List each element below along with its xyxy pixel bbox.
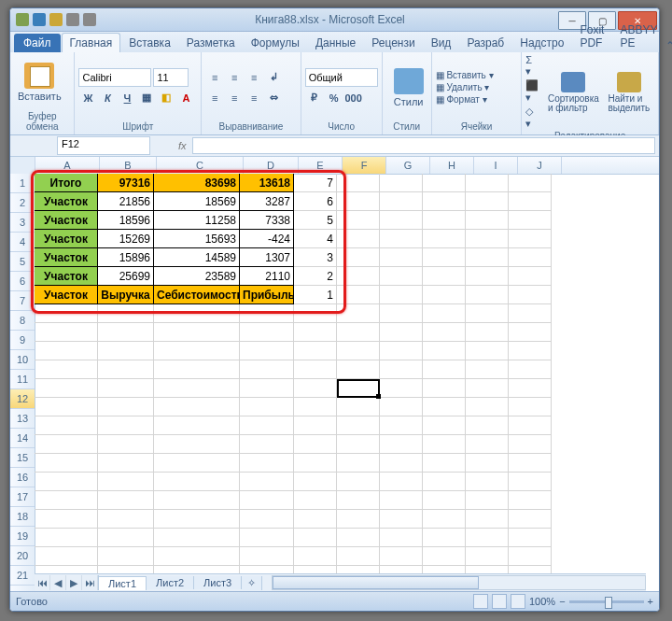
cell-G14[interactable] [380,416,423,435]
cell-G20[interactable] [380,529,423,547]
paste-button[interactable]: Вставить [14,61,65,104]
cell-A6[interactable]: Участок №1 [35,267,98,286]
tab-review[interactable]: Рецензи [364,34,422,52]
h-scroll-thumb[interactable] [273,576,479,589]
qat-more-icon[interactable] [83,13,96,26]
row-header-6[interactable]: 6 [10,272,35,291]
italic-button[interactable]: К [98,89,117,107]
cell-E3[interactable]: 5 [294,211,337,230]
minimize-ribbon-icon[interactable]: ⌃ [665,39,672,52]
cell-F7[interactable] [337,286,380,304]
comma-icon[interactable]: 000 [344,89,363,107]
cell-D16[interactable] [240,454,294,473]
cell-F8[interactable] [337,304,380,323]
currency-icon[interactable]: ₽ [305,89,324,107]
col-header-J[interactable]: J [518,157,562,174]
row-header-10[interactable]: 10 [10,350,35,370]
col-header-B[interactable]: B [100,157,157,174]
row-header-17[interactable]: 17 [10,487,35,507]
number-format-combo[interactable]: Общий [305,68,378,87]
cell-H9[interactable] [423,323,466,342]
cell-J15[interactable] [509,435,552,454]
cell-G16[interactable] [380,454,423,473]
cell-B13[interactable] [98,398,154,416]
cell-C9[interactable] [154,323,240,342]
align-left-icon[interactable]: ≡ [205,89,224,107]
cell-A4[interactable]: Участок №3 [35,230,98,248]
cell-I3[interactable] [466,211,509,230]
sheet-next-icon[interactable]: ▶ [66,575,82,590]
cell-B20[interactable] [98,529,154,547]
fx-icon[interactable]: fx [178,140,187,151]
cell-J8[interactable] [509,304,552,323]
sort-filter-button[interactable]: Сортировка и фильтр [544,70,602,115]
cell-J20[interactable] [509,529,552,547]
tab-view[interactable]: Вид [424,34,459,52]
align-center-icon[interactable]: ≡ [225,89,244,107]
cell-C2[interactable]: 18569 [154,192,240,211]
cell-E1[interactable]: 7 [294,174,337,192]
cell-C1[interactable]: 83698 [154,174,240,192]
view-normal-icon[interactable] [473,594,488,609]
cell-I21[interactable] [466,547,509,566]
cell-F9[interactable] [337,323,380,342]
align-mid-icon[interactable]: ≡ [225,68,244,87]
cell-I8[interactable] [466,304,509,323]
col-header-I[interactable]: I [474,157,518,174]
cell-A20[interactable] [35,529,98,547]
cell-H1[interactable] [423,174,466,192]
cell-H19[interactable] [423,510,466,529]
cell-C15[interactable] [154,435,240,454]
cell-G13[interactable] [380,398,423,416]
cell-F10[interactable] [337,342,380,360]
cell-D2[interactable]: 3287 [240,192,294,211]
cell-E5[interactable]: 3 [294,248,337,267]
cell-A21[interactable] [35,547,98,566]
col-header-E[interactable]: E [299,157,343,174]
cell-G12[interactable] [380,379,423,398]
cell-F21[interactable] [337,547,380,566]
cell-C20[interactable] [154,529,240,547]
cell-F16[interactable] [337,454,380,473]
view-layout-icon[interactable] [492,594,507,609]
row-header-20[interactable]: 20 [10,546,35,566]
cell-G3[interactable] [380,211,423,230]
font-color-button[interactable]: A [176,89,195,107]
cell-C18[interactable] [154,491,240,510]
cell-D14[interactable] [240,416,294,435]
cell-J5[interactable] [509,248,552,267]
cell-I18[interactable] [466,491,509,510]
cell-J9[interactable] [509,323,552,342]
format-cells-button[interactable]: ▦ Формат ▾ [436,94,494,105]
cell-F15[interactable] [337,435,380,454]
undo-icon[interactable] [49,13,63,26]
tab-dev[interactable]: Разраб [459,34,511,52]
new-sheet-button[interactable]: ✧ [242,576,262,590]
cell-H8[interactable] [423,304,466,323]
cell-H10[interactable] [423,342,466,360]
cell-E11[interactable] [294,360,337,379]
cell-D4[interactable]: -424 [240,230,294,248]
styles-button[interactable]: Стили [386,66,431,109]
cell-I5[interactable] [466,248,509,267]
cell-C13[interactable] [154,398,240,416]
cell-E7[interactable]: 1 [294,286,337,304]
cell-A2[interactable]: Участок №5 [35,192,98,211]
cell-E6[interactable]: 2 [294,267,337,286]
autosum-button[interactable]: Σ ▾ [525,54,539,78]
cell-A13[interactable] [35,398,98,416]
col-header-F[interactable]: F [343,157,386,174]
row-header-3[interactable]: 3 [10,213,35,233]
cell-I11[interactable] [466,360,509,379]
cell-C3[interactable]: 11258 [154,211,240,230]
row-header-22[interactable]: 22 [10,586,35,591]
sheet-first-icon[interactable]: ⏮ [35,575,50,590]
cell-A15[interactable] [35,435,98,454]
row-header-9[interactable]: 9 [10,331,35,350]
percent-icon[interactable]: % [325,89,343,107]
font-size-combo[interactable]: 11 [153,68,189,87]
cell-F3[interactable] [337,211,380,230]
cell-A14[interactable] [35,416,98,435]
cell-C4[interactable]: 15693 [154,230,240,248]
cell-B9[interactable] [98,323,154,342]
